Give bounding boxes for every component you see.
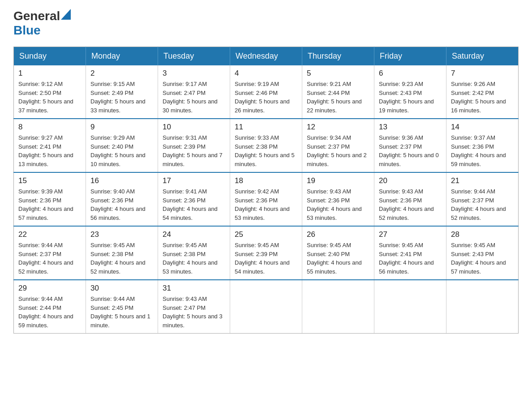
day-number: 27: [379, 230, 442, 239]
day-number: 25: [235, 230, 297, 239]
day-info: Sunrise: 9:45 AMSunset: 2:38 PMDaylight:…: [90, 241, 153, 276]
day-number: 2: [90, 69, 153, 78]
day-info: Sunrise: 9:41 AMSunset: 2:36 PMDaylight:…: [163, 187, 225, 222]
header-monday: Monday: [86, 47, 158, 66]
day-cell: [230, 280, 302, 334]
day-info: Sunrise: 9:43 AMSunset: 2:36 PMDaylight:…: [379, 187, 442, 222]
day-number: 3: [163, 69, 225, 78]
header-wednesday: Wednesday: [230, 47, 302, 66]
day-info: Sunrise: 9:21 AMSunset: 2:44 PMDaylight:…: [307, 80, 369, 115]
day-cell: 8 Sunrise: 9:27 AMSunset: 2:41 PMDayligh…: [14, 119, 86, 172]
day-cell: 21 Sunrise: 9:44 AMSunset: 2:37 PMDaylig…: [446, 172, 519, 226]
day-number: 30: [90, 284, 153, 293]
day-cell: 5 Sunrise: 9:21 AMSunset: 2:44 PMDayligh…: [302, 65, 374, 119]
day-info: Sunrise: 9:45 AMSunset: 2:41 PMDaylight:…: [379, 241, 442, 276]
header-friday: Friday: [374, 47, 446, 66]
day-number: 17: [163, 176, 225, 185]
day-cell: 23 Sunrise: 9:45 AMSunset: 2:38 PMDaylig…: [86, 226, 158, 280]
logo: General Blue: [13, 9, 71, 38]
day-number: 20: [379, 176, 442, 185]
day-info: Sunrise: 9:19 AMSunset: 2:46 PMDaylight:…: [235, 80, 297, 115]
day-cell: 18 Sunrise: 9:42 AMSunset: 2:36 PMDaylig…: [230, 172, 302, 226]
day-number: 31: [163, 284, 225, 293]
day-cell: 10 Sunrise: 9:31 AMSunset: 2:39 PMDaylig…: [158, 119, 230, 172]
day-info: Sunrise: 9:44 AMSunset: 2:37 PMDaylight:…: [451, 187, 514, 222]
calendar-header-row: SundayMondayTuesdayWednesdayThursdayFrid…: [14, 47, 519, 66]
day-info: Sunrise: 9:45 AMSunset: 2:38 PMDaylight:…: [163, 241, 225, 276]
day-info: Sunrise: 9:45 AMSunset: 2:39 PMDaylight:…: [235, 241, 297, 276]
day-cell: 15 Sunrise: 9:39 AMSunset: 2:36 PMDaylig…: [14, 172, 86, 226]
week-row-4: 22 Sunrise: 9:44 AMSunset: 2:37 PMDaylig…: [14, 226, 519, 280]
day-number: 9: [90, 123, 153, 132]
day-info: Sunrise: 9:17 AMSunset: 2:47 PMDaylight:…: [163, 80, 225, 115]
day-cell: [302, 280, 374, 334]
day-info: Sunrise: 9:33 AMSunset: 2:38 PMDaylight:…: [235, 133, 297, 168]
day-cell: 2 Sunrise: 9:15 AMSunset: 2:49 PMDayligh…: [86, 65, 158, 119]
day-cell: 29 Sunrise: 9:44 AMSunset: 2:44 PMDaylig…: [14, 280, 86, 334]
day-cell: 12 Sunrise: 9:34 AMSunset: 2:37 PMDaylig…: [302, 119, 374, 172]
day-info: Sunrise: 9:45 AMSunset: 2:43 PMDaylight:…: [451, 241, 514, 276]
day-number: 15: [18, 176, 81, 185]
day-info: Sunrise: 9:15 AMSunset: 2:49 PMDaylight:…: [90, 80, 153, 115]
week-row-3: 15 Sunrise: 9:39 AMSunset: 2:36 PMDaylig…: [14, 172, 519, 226]
day-number: 21: [451, 176, 514, 185]
header-sunday: Sunday: [14, 47, 86, 66]
day-number: 24: [163, 230, 225, 239]
day-number: 14: [451, 123, 514, 132]
week-row-2: 8 Sunrise: 9:27 AMSunset: 2:41 PMDayligh…: [14, 119, 519, 172]
logo-general-text: General: [13, 9, 60, 23]
day-cell: 26 Sunrise: 9:45 AMSunset: 2:40 PMDaylig…: [302, 226, 374, 280]
day-number: 13: [379, 123, 442, 132]
day-cell: 11 Sunrise: 9:33 AMSunset: 2:38 PMDaylig…: [230, 119, 302, 172]
week-row-1: 1 Sunrise: 9:12 AMSunset: 2:50 PMDayligh…: [14, 65, 519, 119]
day-number: 19: [307, 176, 369, 185]
day-number: 4: [235, 69, 297, 78]
header-tuesday: Tuesday: [158, 47, 230, 66]
day-cell: 28 Sunrise: 9:45 AMSunset: 2:43 PMDaylig…: [446, 226, 519, 280]
day-cell: 7 Sunrise: 9:26 AMSunset: 2:42 PMDayligh…: [446, 65, 519, 119]
day-cell: 6 Sunrise: 9:23 AMSunset: 2:43 PMDayligh…: [374, 65, 446, 119]
day-info: Sunrise: 9:36 AMSunset: 2:37 PMDaylight:…: [379, 133, 442, 168]
day-cell: 27 Sunrise: 9:45 AMSunset: 2:41 PMDaylig…: [374, 226, 446, 280]
day-cell: 22 Sunrise: 9:44 AMSunset: 2:37 PMDaylig…: [14, 226, 86, 280]
day-cell: [446, 280, 519, 334]
day-cell: 9 Sunrise: 9:29 AMSunset: 2:40 PMDayligh…: [86, 119, 158, 172]
day-number: 29: [18, 284, 81, 293]
day-cell: 20 Sunrise: 9:43 AMSunset: 2:36 PMDaylig…: [374, 172, 446, 226]
calendar-table: SundayMondayTuesdayWednesdayThursdayFrid…: [13, 47, 519, 334]
day-number: 8: [18, 123, 81, 132]
day-info: Sunrise: 9:45 AMSunset: 2:40 PMDaylight:…: [307, 241, 369, 276]
week-row-5: 29 Sunrise: 9:44 AMSunset: 2:44 PMDaylig…: [14, 280, 519, 334]
day-info: Sunrise: 9:43 AMSunset: 2:47 PMDaylight:…: [163, 295, 225, 330]
day-cell: 13 Sunrise: 9:36 AMSunset: 2:37 PMDaylig…: [374, 119, 446, 172]
day-info: Sunrise: 9:26 AMSunset: 2:42 PMDaylight:…: [451, 80, 514, 115]
day-info: Sunrise: 9:44 AMSunset: 2:44 PMDaylight:…: [18, 295, 81, 330]
svg-marker-0: [61, 9, 71, 20]
day-info: Sunrise: 9:34 AMSunset: 2:37 PMDaylight:…: [307, 133, 369, 168]
header-saturday: Saturday: [446, 47, 519, 66]
day-number: 5: [307, 69, 369, 78]
day-number: 6: [379, 69, 442, 78]
day-info: Sunrise: 9:44 AMSunset: 2:45 PMDaylight:…: [90, 295, 153, 330]
day-cell: 4 Sunrise: 9:19 AMSunset: 2:46 PMDayligh…: [230, 65, 302, 119]
day-number: 26: [307, 230, 369, 239]
day-cell: 25 Sunrise: 9:45 AMSunset: 2:39 PMDaylig…: [230, 226, 302, 280]
day-cell: 14 Sunrise: 9:37 AMSunset: 2:36 PMDaylig…: [446, 119, 519, 172]
day-number: 7: [451, 69, 514, 78]
day-cell: 1 Sunrise: 9:12 AMSunset: 2:50 PMDayligh…: [14, 65, 86, 119]
logo-blue-text: Blue: [13, 23, 41, 37]
day-info: Sunrise: 9:12 AMSunset: 2:50 PMDaylight:…: [18, 80, 81, 115]
logo-arrow-icon: [61, 9, 71, 20]
day-cell: 31 Sunrise: 9:43 AMSunset: 2:47 PMDaylig…: [158, 280, 230, 334]
day-number: 11: [235, 123, 297, 132]
page-header: General Blue: [13, 9, 519, 38]
day-number: 12: [307, 123, 369, 132]
day-info: Sunrise: 9:31 AMSunset: 2:39 PMDaylight:…: [163, 133, 225, 168]
day-cell: 30 Sunrise: 9:44 AMSunset: 2:45 PMDaylig…: [86, 280, 158, 334]
day-number: 18: [235, 176, 297, 185]
day-info: Sunrise: 9:37 AMSunset: 2:36 PMDaylight:…: [451, 133, 514, 168]
day-number: 23: [90, 230, 153, 239]
day-number: 22: [18, 230, 81, 239]
day-info: Sunrise: 9:29 AMSunset: 2:40 PMDaylight:…: [90, 133, 153, 168]
day-number: 16: [90, 176, 153, 185]
